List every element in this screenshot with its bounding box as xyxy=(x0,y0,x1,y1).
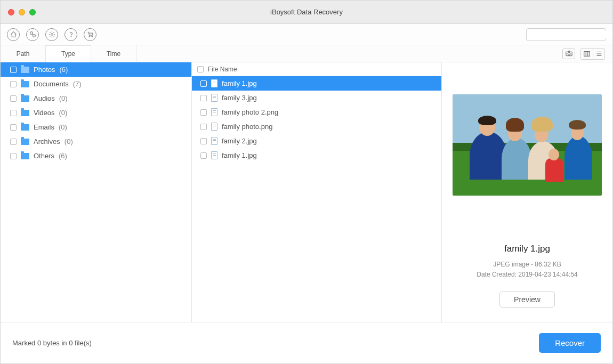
file-name: family photo 2.png xyxy=(222,108,278,116)
image-file-icon xyxy=(211,151,217,159)
fullscreen-window-button[interactable] xyxy=(29,9,36,15)
home-icon[interactable] xyxy=(7,28,20,41)
sidebar-item-label: Others xyxy=(34,152,54,160)
checkbox[interactable] xyxy=(10,81,17,87)
checkbox[interactable] xyxy=(200,124,207,130)
sidebar-item-label: Photos xyxy=(34,66,55,74)
checkbox[interactable] xyxy=(200,95,207,101)
titlebar: iBoysoft Data Recovery xyxy=(1,1,612,24)
sidebar: Photos (6) Documents (7) Audios (0) Vide… xyxy=(1,62,192,322)
column-header-filename[interactable]: File Name xyxy=(208,66,237,73)
sidebar-item-audios[interactable]: Audios (0) xyxy=(1,91,191,106)
window-controls xyxy=(1,9,36,15)
search-box[interactable]: ✕ xyxy=(526,28,606,41)
sidebar-item-count: (0) xyxy=(59,94,68,102)
sidebar-item-emails[interactable]: Emails (0) xyxy=(1,120,191,134)
search-input[interactable] xyxy=(530,31,613,38)
checkbox[interactable] xyxy=(10,110,17,116)
sidebar-item-count: (0) xyxy=(64,137,73,145)
recover-button[interactable]: Recover xyxy=(539,333,601,353)
minimize-window-button[interactable] xyxy=(19,9,25,15)
toolbar: ✕ xyxy=(1,24,612,45)
preview-button[interactable]: Preview xyxy=(499,292,555,308)
sidebar-item-count: (6) xyxy=(59,152,67,160)
tab-path[interactable]: Path xyxy=(1,45,46,62)
select-all-checkbox[interactable] xyxy=(197,66,204,72)
sidebar-item-label: Videos xyxy=(34,109,55,117)
folder-icon xyxy=(21,110,29,116)
file-list-rows: family 1.jpg family 3.jpg family photo 2… xyxy=(192,76,441,322)
file-row[interactable]: family photo 2.png xyxy=(192,105,441,119)
svg-point-3 xyxy=(71,36,71,36)
window-title: iBoysoft Data Recovery xyxy=(1,8,612,16)
file-list: File Name family 1.jpg family 3.jpg fami… xyxy=(192,62,442,322)
sidebar-item-others[interactable]: Others (6) xyxy=(1,149,191,163)
tab-label: Type xyxy=(61,50,75,58)
checkbox[interactable] xyxy=(10,95,17,102)
file-row[interactable]: family 1.jpg xyxy=(192,148,441,163)
folder-icon xyxy=(21,124,29,131)
image-file-icon xyxy=(211,108,217,116)
sidebar-item-count: (7) xyxy=(73,80,82,88)
tab-type[interactable]: Type xyxy=(46,45,91,62)
sidebar-item-count: (6) xyxy=(59,66,68,74)
list-view-icon[interactable] xyxy=(593,48,604,59)
file-name: family photo.png xyxy=(222,123,272,131)
folder-icon xyxy=(21,95,29,102)
sidebar-item-label: Audios xyxy=(34,94,55,102)
file-row[interactable]: family 1.jpg xyxy=(192,76,441,91)
svg-point-2 xyxy=(51,34,53,36)
folder-icon xyxy=(21,81,29,87)
sidebar-item-videos[interactable]: Videos (0) xyxy=(1,106,191,120)
tab-label: Path xyxy=(17,50,30,58)
checkbox[interactable] xyxy=(10,124,17,131)
cart-icon[interactable] xyxy=(84,28,96,41)
link-icon[interactable] xyxy=(26,28,39,41)
checkbox[interactable] xyxy=(10,139,17,145)
file-name: family 2.jpg xyxy=(222,137,257,145)
sidebar-item-label: Archives xyxy=(34,137,60,145)
sidebar-item-label: Documents xyxy=(34,80,69,88)
sidebar-item-label: Emails xyxy=(34,123,54,131)
folder-icon xyxy=(21,153,29,159)
column-view-icon[interactable] xyxy=(581,48,593,59)
main: Photos (6) Documents (7) Audios (0) Vide… xyxy=(1,62,612,322)
checkbox[interactable] xyxy=(200,109,207,116)
checkbox[interactable] xyxy=(10,67,17,73)
camera-icon[interactable] xyxy=(562,48,575,59)
settings-icon[interactable] xyxy=(45,28,58,41)
file-name: family 1.jpg xyxy=(222,79,257,87)
file-row[interactable]: family 3.jpg xyxy=(192,91,441,105)
svg-rect-9 xyxy=(584,51,590,56)
file-list-header: File Name xyxy=(192,62,441,76)
status-text: Marked 0 bytes in 0 file(s) xyxy=(12,339,92,347)
sidebar-item-photos[interactable]: Photos (6) xyxy=(1,62,191,77)
close-window-button[interactable] xyxy=(8,9,14,15)
view-mode-group xyxy=(580,48,605,60)
help-icon[interactable] xyxy=(64,28,77,41)
checkbox[interactable] xyxy=(200,80,207,87)
checkbox[interactable] xyxy=(200,152,207,159)
file-name: family 1.jpg xyxy=(222,151,257,159)
preview-date-created: Date Created: 2019-04-23 14:44:54 xyxy=(477,270,577,280)
image-file-icon xyxy=(211,94,217,102)
sidebar-item-archives[interactable]: Archives (0) xyxy=(1,134,191,149)
toolbar-icons xyxy=(7,28,96,41)
tab-time[interactable]: Time xyxy=(91,45,136,62)
svg-point-5 xyxy=(91,36,92,37)
folder-icon xyxy=(21,67,29,73)
file-row[interactable]: family photo.png xyxy=(192,119,441,134)
preview-pane: family 1.jpg JPEG image - 86.32 KB Date … xyxy=(442,62,612,322)
checkbox[interactable] xyxy=(200,138,207,144)
svg-point-8 xyxy=(568,53,570,55)
file-row[interactable]: family 2.jpg xyxy=(192,134,441,148)
folder-icon xyxy=(21,139,29,145)
checkbox[interactable] xyxy=(10,153,17,159)
svg-point-4 xyxy=(89,36,90,37)
sidebar-item-documents[interactable]: Documents (7) xyxy=(1,77,191,91)
preview-filename: family 1.jpg xyxy=(504,244,550,254)
image-file-icon xyxy=(211,79,217,87)
image-file-icon xyxy=(211,137,217,145)
tab-label: Time xyxy=(107,50,120,58)
image-file-icon xyxy=(211,123,217,131)
